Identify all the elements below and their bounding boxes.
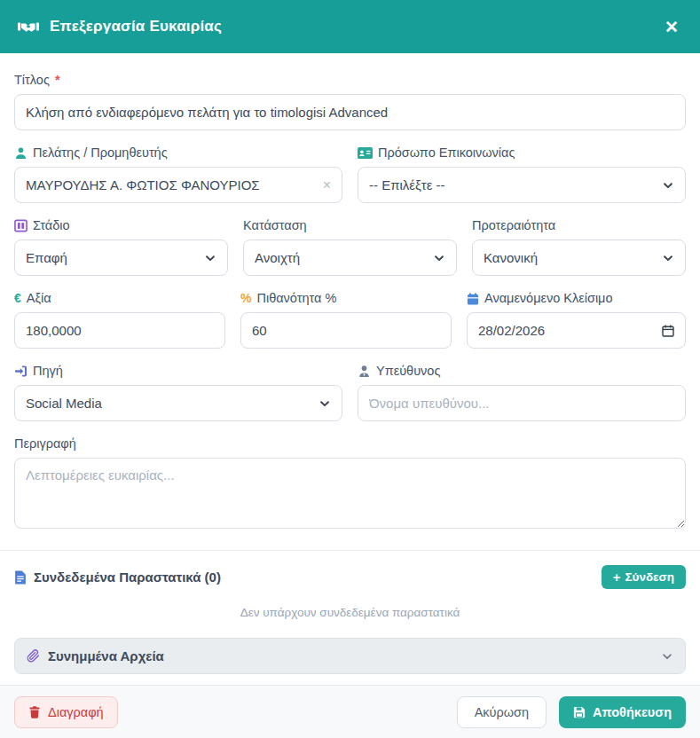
modal-body: Τίτλος * Πελάτης / Προμηθευτής × — [0, 53, 700, 674]
field-close-date: Αναμενόμενο Κλείσιμο — [467, 289, 686, 349]
file-invoice-icon — [14, 570, 27, 585]
id-card-icon — [358, 146, 373, 160]
attachments-accordion-header[interactable]: Συνημμένα Αρχεία — [14, 638, 686, 674]
contact-label: Πρόσωπο Επικοινωνίας — [378, 144, 515, 161]
clear-icon[interactable]: × — [323, 178, 331, 192]
cancel-button-label: Ακύρωση — [475, 705, 529, 719]
field-value: € Αξία — [14, 289, 225, 349]
owner-input[interactable] — [358, 385, 686, 421]
description-label: Περιγραφή — [14, 435, 76, 452]
chevron-down-icon — [662, 179, 674, 192]
chevron-down-icon — [433, 252, 445, 264]
user-icon — [14, 146, 28, 160]
field-title: Τίτλος * — [14, 71, 686, 130]
euro-icon: € — [14, 292, 21, 304]
owner-label: Υπεύθυνος — [376, 362, 440, 380]
field-description: Περιγραφή — [14, 435, 686, 532]
required-mark: * — [55, 71, 60, 89]
status-label: Κατάσταση — [243, 216, 307, 234]
save-button-label: Αποθήκευση — [593, 705, 672, 719]
field-priority: Προτεραιότητα Κανονική — [472, 216, 686, 276]
priority-select[interactable]: Κανονική — [472, 239, 686, 276]
source-select[interactable]: Social Media — [14, 385, 342, 421]
close-date-input-wrap — [467, 312, 686, 349]
customer-label: Πελάτης / Προμηθευτής — [33, 144, 168, 161]
chevron-down-icon — [319, 397, 331, 410]
status-select[interactable]: Ανοιχτή — [243, 239, 457, 276]
percent-icon: % — [240, 292, 251, 304]
chevron-down-icon — [662, 252, 674, 264]
close-date-label: Αναμενόμενο Κλείσιμο — [484, 289, 613, 307]
description-textarea[interactable] — [14, 458, 686, 529]
paperclip-icon — [27, 649, 40, 663]
calendar-icon — [467, 292, 479, 304]
stage-label: Στάδιο — [33, 216, 70, 234]
field-probability: % Πιθανότητα % — [240, 289, 452, 349]
probability-input[interactable] — [240, 312, 452, 349]
close-icon[interactable]: ✕ — [661, 17, 682, 37]
value-label: Αξία — [27, 289, 51, 307]
priority-label: Προτεραιότητα — [472, 216, 555, 234]
field-stage: Στάδιο Επαφή — [14, 216, 228, 276]
field-contact: Πρόσωπο Επικοινωνίας -- Επιλέξτε -- — [358, 144, 686, 203]
field-status: Κατάσταση Ανοιχτή — [243, 216, 457, 276]
link-document-button[interactable]: + Σύνδεση — [602, 565, 686, 589]
field-source: Πηγή Social Media — [14, 362, 342, 421]
value-input[interactable] — [14, 312, 225, 349]
link-button-label: Σύνδεση — [625, 570, 674, 584]
modal-header: Επεξεργασία Ευκαιρίας ✕ — [0, 0, 700, 53]
stage-selected-value: Επαφή — [26, 250, 67, 265]
linked-documents-title: Συνδεδεμένα Παραστατικά (0) — [34, 569, 221, 585]
linked-documents-empty-message: Δεν υπάρχουν συνδεδεμένα παραστατικά — [14, 606, 686, 619]
delete-button[interactable]: Διαγραφή — [14, 696, 118, 728]
field-owner: Υπεύθυνος — [358, 362, 686, 421]
source-label: Πηγή — [33, 362, 63, 380]
stage-select[interactable]: Επαφή — [14, 239, 228, 276]
sign-in-icon — [14, 365, 28, 378]
probability-label: Πιθανότητα % — [256, 289, 336, 307]
contact-select[interactable]: -- Επιλέξτε -- — [358, 167, 686, 203]
handshake-icon — [18, 20, 39, 34]
kanban-columns-icon — [14, 219, 28, 232]
user-tie-icon — [358, 365, 371, 378]
title-label: Τίτλος — [14, 71, 50, 89]
chevron-down-icon — [661, 650, 673, 663]
save-icon — [573, 706, 586, 718]
title-input[interactable] — [14, 94, 686, 130]
status-selected-value: Ανοιχτή — [255, 250, 300, 265]
priority-selected-value: Κανονική — [484, 250, 538, 265]
trash-icon — [28, 706, 41, 718]
field-customer: Πελάτης / Προμηθευτής × — [14, 144, 342, 203]
chevron-down-icon — [204, 252, 216, 264]
save-button[interactable]: Αποθήκευση — [559, 696, 686, 728]
plus-icon: + — [613, 570, 621, 584]
modal-footer: Διαγραφή Ακύρωση Αποθήκευση — [0, 685, 700, 738]
attachments-title: Συνημμένα Αρχεία — [48, 648, 164, 663]
linked-documents-section: Συνδεδεμένα Παραστατικά (0) + Σύνδεση — [14, 565, 686, 589]
customer-input[interactable] — [26, 177, 316, 192]
date-picker-icon[interactable] — [662, 325, 674, 337]
customer-input-wrap: × — [14, 167, 342, 203]
close-date-input[interactable] — [478, 323, 655, 338]
delete-button-label: Διαγραφή — [48, 705, 104, 719]
source-selected-value: Social Media — [26, 396, 102, 411]
contact-selected-value: -- Επιλέξτε -- — [369, 177, 445, 192]
section-divider — [0, 550, 700, 551]
modal-title: Επεξεργασία Ευκαιρίας — [50, 18, 222, 35]
cancel-button[interactable]: Ακύρωση — [457, 696, 547, 728]
